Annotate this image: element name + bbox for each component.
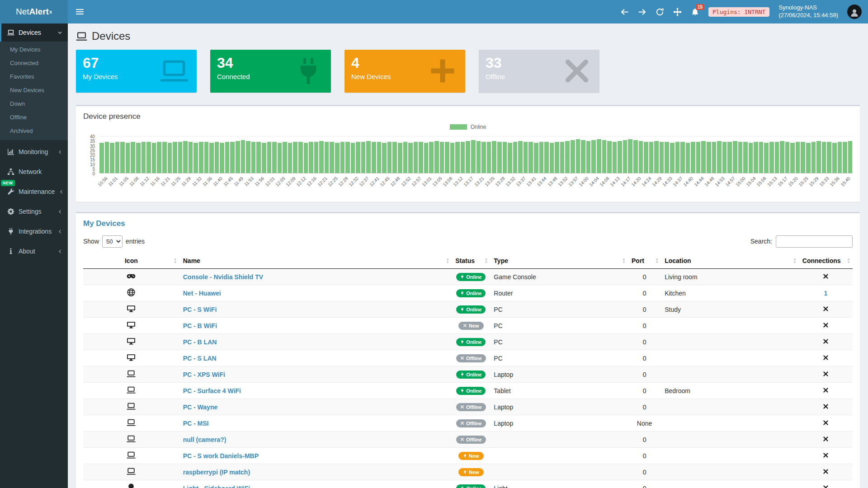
sidebar-item-integrations[interactable]: Integrations: [0, 221, 68, 241]
sidebar-subitem-archived[interactable]: Archived: [0, 124, 68, 137]
sidebar-item-about[interactable]: About: [0, 241, 68, 261]
sidebar-item-settings[interactable]: Settings: [0, 202, 68, 221]
chart-legend[interactable]: Online: [83, 124, 853, 130]
sidebar-item-devices[interactable]: Devices: [0, 23, 68, 42]
column-header-port[interactable]: Port▲▼: [628, 253, 661, 269]
x-icon: [460, 405, 464, 409]
column-header-connections[interactable]: Connections▲▼: [799, 253, 853, 269]
device-name-link[interactable]: Net - Huawei: [183, 290, 221, 297]
sidebar-subitem-connected[interactable]: Connected: [0, 56, 68, 70]
sidebar-subitem-offline[interactable]: Offline: [0, 110, 68, 124]
nav-back-icon[interactable]: [620, 8, 629, 16]
y-axis-label: 25: [90, 148, 95, 153]
device-name-link[interactable]: null (camera?): [183, 436, 226, 443]
device-name-link[interactable]: PC - Wayne: [183, 404, 218, 411]
chart-bar: [633, 140, 638, 173]
infobox-connected[interactable]: 34Connected: [210, 50, 331, 93]
status-badge: Online: [456, 289, 486, 297]
device-name-link[interactable]: PC - B WiFi: [183, 322, 217, 329]
device-name-link[interactable]: PC - B LAN: [183, 338, 217, 346]
delete-device-icon[interactable]: [823, 420, 829, 426]
sidebar-subitem-my-devices[interactable]: My Devices: [0, 42, 68, 56]
y-axis-label: 15: [90, 157, 95, 162]
sidebar-item-network[interactable]: Network: [0, 162, 68, 182]
icon-cell: [83, 415, 179, 432]
delete-device-icon[interactable]: [823, 387, 829, 393]
device-name-link[interactable]: PC - S LAN: [183, 355, 217, 362]
delete-device-icon[interactable]: [823, 371, 829, 377]
infobox-new-devices[interactable]: 4New Devices: [344, 50, 465, 93]
chart-bar: [193, 143, 198, 173]
chart-bar: [419, 142, 423, 173]
infobox-my-devices[interactable]: 67My Devices: [76, 50, 197, 93]
chart-bar: [309, 142, 313, 173]
device-name-link[interactable]: PC - S WiFi: [183, 306, 217, 313]
x-axis-label: 13:17: [466, 175, 476, 197]
chart-bar: [414, 142, 418, 173]
nav-forward-icon[interactable]: [638, 8, 646, 16]
notifications-bell-icon[interactable]: 15: [691, 8, 699, 16]
delete-device-icon[interactable]: [823, 469, 829, 474]
chart-bar: [649, 142, 654, 173]
status-cell: New: [452, 318, 490, 334]
location-cell: [661, 350, 799, 366]
x-axis-label: 13:41: [528, 175, 539, 197]
delete-device-icon[interactable]: [823, 485, 829, 488]
delete-device-icon[interactable]: [823, 338, 829, 344]
page-length-select[interactable]: 50: [102, 235, 123, 248]
status-cell: Online: [452, 480, 490, 488]
delete-device-icon[interactable]: [823, 452, 829, 458]
device-name-link[interactable]: Console - Nvidia Shield TV: [183, 273, 263, 281]
connections-cell: [799, 383, 853, 399]
sidebar-subitem-down[interactable]: Down: [0, 97, 68, 110]
chart-bar: [497, 142, 502, 173]
infobox-offline[interactable]: 33Offline: [479, 50, 599, 93]
column-header-icon[interactable]: Icon▲▼: [83, 253, 179, 269]
sidebar-subitem-new-devices[interactable]: New Devices: [0, 83, 68, 97]
chart-bar: [267, 142, 272, 173]
search-input[interactable]: [776, 235, 853, 248]
x-axis-label: 11:12: [142, 175, 152, 197]
delete-device-icon[interactable]: [823, 355, 829, 361]
delete-device-icon[interactable]: [823, 436, 829, 442]
chart-bar: [455, 142, 460, 173]
device-name-link[interactable]: PC - S work Daniels-MBP: [183, 452, 259, 460]
status-cell: Offline: [452, 432, 490, 448]
sidebar-toggle-button[interactable]: [68, 0, 91, 23]
location-cell: [661, 334, 799, 350]
connections-count-link[interactable]: 1: [824, 290, 828, 297]
column-header-name[interactable]: Name▲▼: [179, 253, 452, 269]
x-axis-label: 13:28: [497, 175, 507, 197]
avatar[interactable]: [847, 5, 862, 19]
column-header-type[interactable]: Type▲▼: [490, 253, 628, 269]
device-name-link[interactable]: PC - XPS WiFi: [183, 371, 225, 378]
delete-device-icon[interactable]: [823, 404, 829, 409]
x-axis-label: 11:32: [193, 175, 204, 197]
device-name-link[interactable]: raspberrypi (IP match): [183, 469, 250, 476]
delete-device-icon[interactable]: [823, 306, 829, 312]
x-axis-label: 11:49: [236, 175, 246, 197]
column-header-location[interactable]: Location▲▼: [661, 253, 799, 269]
device-name-link[interactable]: PC - MSI: [183, 420, 209, 427]
device-name-link[interactable]: Light - Sideboard WiFi: [183, 485, 250, 488]
y-axis-label: 5: [92, 166, 95, 171]
chart-bar: [628, 139, 632, 173]
type-cell: PC: [490, 334, 628, 350]
x-axis-label: 12:37: [361, 175, 372, 197]
sidebar-subitem-favorites[interactable]: Favorites: [0, 70, 68, 83]
column-header-status[interactable]: Status▲▼: [452, 253, 490, 269]
move-icon[interactable]: [673, 8, 682, 16]
sidebar-item-monitoring[interactable]: Monitoring: [0, 142, 68, 162]
status-cell: Offline: [452, 415, 490, 432]
chart-bar: [586, 141, 591, 173]
x-axis-label: 13:08: [445, 175, 455, 197]
device-name-link[interactable]: PC - Surface 4 WiFi: [183, 387, 241, 394]
sort-icon: ▲▼: [174, 258, 177, 264]
delete-device-icon[interactable]: [823, 322, 829, 328]
chart-bar: [445, 142, 449, 173]
delete-device-icon[interactable]: [823, 273, 829, 279]
chart-bar: [613, 142, 617, 173]
plugins-status-badge[interactable]: Plugins: INTRNT: [708, 7, 769, 17]
refresh-icon[interactable]: [656, 8, 664, 16]
brand-logo[interactable]: NetAlertx: [0, 0, 68, 23]
